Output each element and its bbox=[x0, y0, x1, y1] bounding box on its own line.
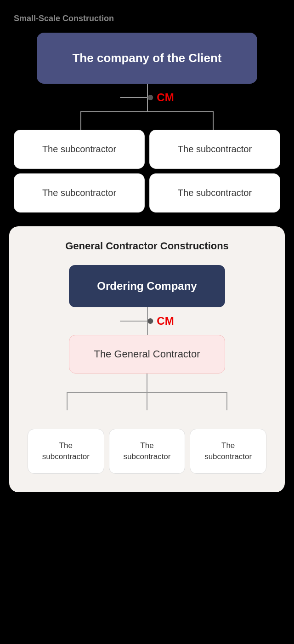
subcontractor-box-4: The subcontractor bbox=[149, 173, 280, 213]
cm-connector-bottom: CM bbox=[69, 307, 225, 335]
general-contractor-box: The General Contractor bbox=[69, 335, 225, 374]
top-section: Small-Scale Construction The company of … bbox=[9, 14, 285, 213]
subcontractor-grid-bottom: Thesubcontractor Thesubcontractor Thesub… bbox=[28, 429, 266, 474]
v-right-line-top bbox=[213, 111, 214, 130]
v-right-line-bottom bbox=[226, 392, 227, 410]
subcontractor-box-2: The subcontractor bbox=[149, 130, 280, 169]
cm-horizontal-line-top bbox=[120, 97, 147, 98]
cm-horizontal-line-bottom bbox=[120, 321, 147, 322]
subcontractor-box-bottom-3: Thesubcontractor bbox=[190, 429, 266, 474]
v-mid-line-bottom bbox=[147, 392, 147, 410]
cm-dot-top bbox=[147, 95, 153, 100]
subcontractor-grid-top: The subcontractor The subcontractor The … bbox=[14, 130, 280, 213]
cm-label-bottom: CM bbox=[157, 315, 174, 328]
top-branch-container: The subcontractor The subcontractor The … bbox=[14, 111, 280, 213]
subcontractor-box-1: The subcontractor bbox=[14, 130, 145, 169]
h-branch-line-top bbox=[80, 111, 214, 112]
v-left-line-bottom bbox=[67, 392, 68, 410]
cm-connector-top: CM bbox=[37, 84, 257, 111]
bottom-branch-container: Thesubcontractor Thesubcontractor Thesub… bbox=[28, 374, 266, 474]
top-section-label: Small-Scale Construction bbox=[9, 14, 114, 23]
v-stem-bottom bbox=[147, 374, 147, 392]
cm-dot-row-top: CM bbox=[120, 91, 174, 104]
subcontractor-box-bottom-1: Thesubcontractor bbox=[28, 429, 104, 474]
v-left-line-top bbox=[80, 111, 81, 130]
cm-label-top: CM bbox=[157, 91, 174, 104]
client-box: The company of the Client bbox=[37, 33, 257, 84]
gc-title: General Contractor Constructions bbox=[65, 240, 229, 252]
cm-dot-bottom bbox=[147, 318, 153, 324]
subcontractor-box-3: The subcontractor bbox=[14, 173, 145, 213]
subcontractor-box-bottom-2: Thesubcontractor bbox=[109, 429, 186, 474]
cm-dot-row-bottom: CM bbox=[120, 315, 174, 328]
ordering-company-box: Ordering Company bbox=[69, 265, 225, 307]
bottom-section: General Contractor Constructions Orderin… bbox=[9, 226, 285, 492]
